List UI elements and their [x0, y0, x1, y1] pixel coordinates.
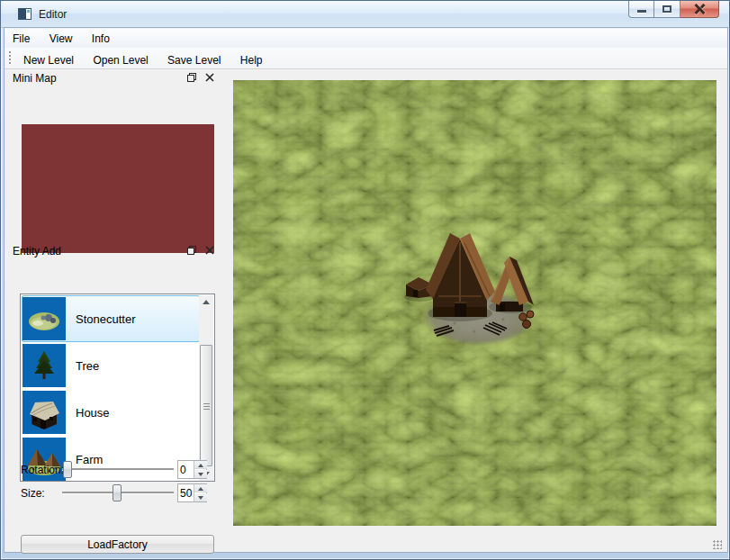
close-icon: [203, 244, 217, 257]
toolbar: New Level Open Level Save Level Help: [5, 48, 727, 69]
toolbar-save-level-button[interactable]: Save Level: [159, 50, 229, 70]
window-title: Editor: [39, 8, 67, 21]
minimap-close-button[interactable]: [203, 71, 217, 85]
float-icon: [187, 246, 196, 255]
float-icon: [187, 73, 196, 82]
window-resize-grip[interactable]: [713, 540, 722, 549]
menu-info[interactable]: Info: [84, 29, 118, 48]
app-window: Editor File View Info New Level Open Lev…: [0, 0, 730, 560]
app-icon: [18, 8, 32, 20]
entity-add-dock-title: Entity Add: [13, 245, 61, 257]
minimap-float-button[interactable]: [185, 71, 199, 85]
level-viewport[interactable]: [233, 80, 716, 526]
list-item-label: Stonecutter: [76, 312, 136, 326]
maximize-button[interactable]: [654, 1, 680, 18]
close-icon: [203, 71, 217, 85]
entity-list-scrollbar[interactable]: [199, 295, 213, 481]
rotation-slider[interactable]: [62, 461, 174, 478]
load-factory-button[interactable]: LoadFactory: [21, 535, 214, 554]
list-item-tree[interactable]: Tree: [22, 342, 200, 389]
window-controls: [628, 1, 719, 18]
client-area: File View Info New Level Open Level Save…: [5, 28, 727, 552]
scrollbar-grip-icon: [203, 403, 210, 410]
size-spin-up-button[interactable]: [194, 484, 207, 492]
size-spinbox: [177, 483, 207, 502]
house-thumbnail-icon: [23, 391, 66, 434]
stonecutter-thumbnail-icon: [23, 297, 66, 340]
size-slider[interactable]: [62, 484, 174, 501]
toolbar-new-level-button[interactable]: New Level: [15, 50, 82, 70]
size-spin-down-button[interactable]: [194, 493, 207, 501]
list-item-label: Tree: [76, 359, 99, 373]
size-value-input[interactable]: [180, 485, 193, 501]
entity-add-dock-titlebar[interactable]: Entity Add: [6, 243, 231, 260]
size-label: Size:: [21, 487, 45, 500]
minimap-dock-titlebar[interactable]: Mini Map: [6, 70, 231, 87]
rotation-spin-down-button[interactable]: [194, 470, 207, 478]
entity-add-float-button[interactable]: [185, 244, 199, 257]
list-item-stonecutter[interactable]: Stonecutter: [22, 295, 200, 342]
scroll-up-button[interactable]: [199, 295, 213, 310]
menu-file[interactable]: File: [5, 29, 38, 48]
rotation-slider-handle[interactable]: [63, 461, 72, 478]
rotation-value-input[interactable]: [180, 462, 193, 477]
toolbar-drag-handle[interactable]: [8, 50, 12, 66]
minimize-icon: [637, 10, 646, 13]
entity-list: Stonecutter Tree: [20, 294, 215, 482]
toolbar-open-level-button[interactable]: Open Level: [85, 50, 156, 70]
scrollbar-thumb[interactable]: [200, 345, 212, 466]
minimap-canvas[interactable]: [22, 124, 214, 253]
menu-bar: File View Info: [5, 29, 727, 48]
arrow-up-icon: [203, 300, 210, 304]
slider-track[interactable]: [62, 468, 174, 470]
toolbar-help-button[interactable]: Help: [232, 50, 271, 70]
rotation-spin-up-button[interactable]: [194, 461, 207, 469]
tree-thumbnail-icon: [23, 344, 66, 387]
size-slider-handle[interactable]: [113, 484, 122, 501]
list-item-house[interactable]: House: [22, 389, 200, 436]
title-bar[interactable]: Editor: [1, 1, 729, 28]
spin-buttons: [194, 461, 206, 478]
close-icon: [694, 4, 705, 14]
rotation-label: Rotation:: [21, 464, 64, 476]
maximize-icon: [662, 5, 671, 13]
menu-view[interactable]: View: [41, 29, 81, 48]
spin-buttons: [194, 484, 206, 501]
close-button[interactable]: [680, 1, 719, 18]
list-item-label: House: [76, 406, 110, 420]
minimize-button[interactable]: [628, 1, 654, 18]
entity-add-close-button[interactable]: [203, 244, 217, 257]
rotation-spinbox: [177, 460, 207, 479]
minimap-dock-title: Mini Map: [13, 72, 57, 85]
